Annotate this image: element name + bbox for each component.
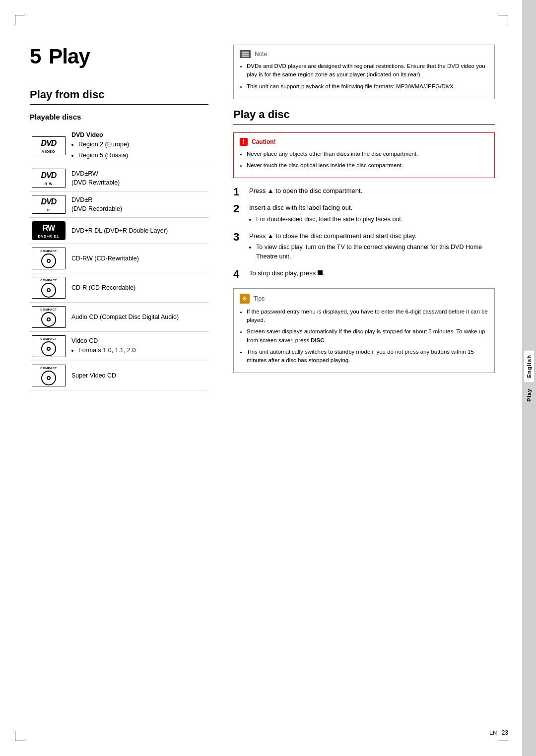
disc-info-cell: CD-RW (CD-Rewritable) <box>69 244 208 273</box>
note-header: Note <box>240 50 488 58</box>
caution-header: ! Caution! <box>240 138 488 146</box>
tips-text: If the password entry menu is displayed,… <box>240 308 488 365</box>
stop-symbol <box>318 270 323 275</box>
disc-logo-cell: DVD R <box>30 191 69 218</box>
dvd-rw-logo: DVD R W <box>32 169 66 188</box>
section-title: Play from disc <box>30 88 208 105</box>
tips-title: Tips <box>254 295 265 302</box>
chapter-title: 5Play <box>30 45 208 68</box>
note-box: Note DVDs and DVD players are designed w… <box>233 45 495 99</box>
vcd-logo: COMPACT DIGITAL VIDEO <box>32 335 66 357</box>
table-row: DVD VIDEO DVD Video Region 2 (Europe) Re… <box>30 127 208 165</box>
audio-cd-logo: COMPACT DIGITAL AUDIO <box>32 306 66 328</box>
step-4: 4 To stop disc play, press . <box>233 268 495 280</box>
disc-info-cell: Video CD Formats 1.0, 1.1, 2.0 <box>69 332 208 361</box>
left-column: 5Play Play from disc Playable discs DVD … <box>30 45 223 711</box>
caution-icon: ! <box>240 138 248 146</box>
corner-mark-bl <box>15 731 25 741</box>
table-row: COMPACT Recordable CD-R (CD-Recordable) <box>30 273 208 303</box>
table-row: DVD R DVD±R(DVD Recordable) <box>30 191 208 218</box>
disc-info-cell: DVD±R(DVD Recordable) <box>69 191 208 218</box>
side-tab-play-label: Play <box>524 384 534 406</box>
disc-info-cell: DVD+R DL (DVD+R Double Layer) <box>69 218 208 244</box>
chapter-num: 5 <box>30 45 41 68</box>
corner-mark-tl <box>15 15 25 25</box>
page-lang-label: EN <box>489 730 497 736</box>
disc-logo-cell: DVD VIDEO <box>30 127 69 165</box>
step-3: 3 Press ▲ to close the disc compartment … <box>233 231 495 263</box>
disc-logo-cell: COMPACT ReWritable <box>30 244 69 273</box>
cd-rw-logo: COMPACT ReWritable <box>32 248 66 269</box>
play-a-disc-title: Play a disc <box>233 108 495 125</box>
caution-title: Caution! <box>252 138 276 145</box>
table-row: COMPACT ReWritable CD-RW (CD-Rewritable) <box>30 244 208 273</box>
caution-box: ! Caution! Never place any objects other… <box>233 132 495 179</box>
table-row: COMPACT DIGITAL AUDIO Audio CD (Compact … <box>30 303 208 332</box>
disc-info-cell: DVD±RW(DVD Rewritable) <box>69 165 208 191</box>
corner-mark-tr <box>498 15 508 25</box>
disc-info-cell: Audio CD (Compact Disc Digital Audio) <box>69 303 208 332</box>
step-2: 2 Insert a disc with its label facing ou… <box>233 203 495 226</box>
disc-info-cell: CD-R (CD-Recordable) <box>69 273 208 303</box>
side-tab: English Play <box>522 0 536 756</box>
tips-header: ✳ Tips <box>240 294 488 304</box>
step-1: 1 Press ▲ to open the disc compartment. <box>233 186 495 198</box>
disc-info-cell: Super Video CD <box>69 361 208 390</box>
tips-box: ✳ Tips If the password entry menu is dis… <box>233 288 495 374</box>
disc-info-cell: DVD Video Region 2 (Europe) Region 5 (Ru… <box>69 127 208 165</box>
tips-icon: ✳ <box>240 294 250 304</box>
svcd-logo: COMPACT SUPER VIDEO <box>32 365 66 386</box>
table-row: COMPACT DIGITAL VIDEO Video CD <box>30 332 208 361</box>
disc-logo-cell: DVD R W <box>30 165 69 191</box>
dvd-r-logo: DVD R <box>32 195 66 214</box>
disc-table: DVD VIDEO DVD Video Region 2 (Europe) Re… <box>30 127 208 390</box>
cd-r-logo: COMPACT Recordable <box>32 277 66 299</box>
disc-logo-cell: RW DVD+R DL <box>30 218 69 244</box>
page-number: EN 23 <box>489 729 508 736</box>
chapter-title-text: Play <box>49 45 89 68</box>
note-title: Note <box>255 51 267 58</box>
disc-logo-cell: COMPACT SUPER VIDEO <box>30 361 69 390</box>
dvd-video-logo: DVD VIDEO <box>32 136 66 155</box>
table-row: RW DVD+R DL DVD+R DL (DVD+R Double Layer… <box>30 218 208 244</box>
subsection-title: Playable discs <box>30 113 208 121</box>
disc-logo-cell: COMPACT Recordable <box>30 273 69 303</box>
page-num: 23 <box>502 729 508 736</box>
steps-list: 1 Press ▲ to open the disc compartment. … <box>233 186 495 280</box>
table-row: DVD R W DVD±RW(DVD Rewritable) <box>30 165 208 191</box>
table-row: COMPACT SUPER VIDEO Super Video CD <box>30 361 208 390</box>
note-icon <box>240 50 251 58</box>
caution-text: Never place any objects other than discs… <box>240 150 488 170</box>
disc-logo-cell: COMPACT DIGITAL VIDEO <box>30 332 69 361</box>
dvd-r-dl-logo: RW DVD+R DL <box>32 221 66 240</box>
right-column: Note DVDs and DVD players are designed w… <box>223 45 495 711</box>
disc-logo-cell: COMPACT DIGITAL AUDIO <box>30 303 69 332</box>
side-tab-english-label: English <box>524 350 535 382</box>
note-text: DVDs and DVD players are designed with r… <box>240 62 488 91</box>
